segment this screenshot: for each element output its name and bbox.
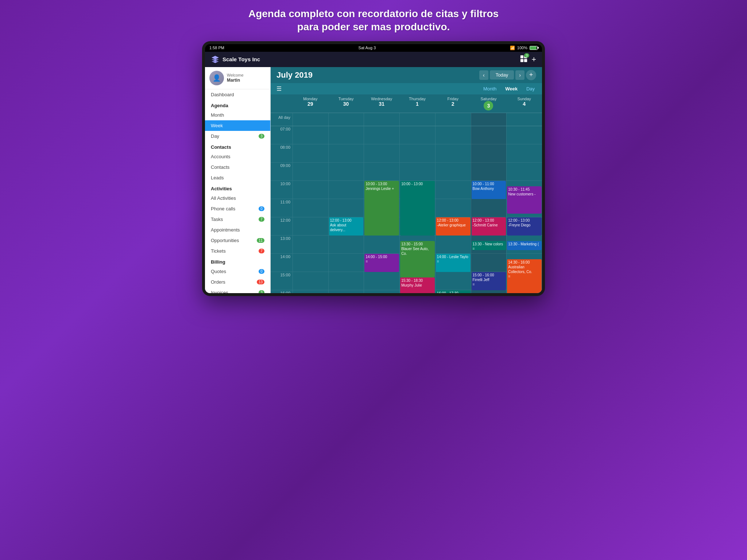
sidebar-item-orders[interactable]: Orders 13 bbox=[205, 277, 270, 287]
sidebar-item-day[interactable]: Day 3 bbox=[205, 131, 270, 141]
cell-mon-1500[interactable] bbox=[293, 272, 328, 290]
sidebar-item-tasks[interactable]: Tasks 7 bbox=[205, 214, 270, 225]
today-button[interactable]: Today bbox=[490, 70, 514, 79]
cell-tue-1000[interactable] bbox=[328, 181, 364, 199]
all-day-cell-thu[interactable] bbox=[399, 113, 435, 126]
add-event-button[interactable]: + bbox=[526, 70, 536, 80]
event-freyre-diego[interactable]: 12:00 - 13:00 -Freyre Diego bbox=[507, 217, 542, 236]
sidebar-item-phone-calls[interactable]: Phone calls 0 bbox=[205, 203, 270, 214]
event-atelier[interactable]: 12:00 - 13:00 -Atelier graphique bbox=[436, 217, 471, 236]
cell-tue-1500[interactable] bbox=[328, 272, 364, 290]
cell-sun-1200[interactable]: 12:00 - 13:00 -Freyre Diego bbox=[506, 217, 542, 236]
cell-sat-1400[interactable] bbox=[471, 254, 507, 272]
filter-icon[interactable]: ☰ bbox=[276, 85, 282, 92]
cell-wed-0700[interactable] bbox=[364, 126, 399, 144]
cell-thu-1000[interactable]: 10:00 - 13:00 bbox=[399, 181, 435, 199]
cell-tue-0700[interactable] bbox=[328, 126, 364, 144]
cell-sat-0900[interactable] bbox=[471, 163, 507, 181]
sidebar-item-quotes[interactable]: Quotes 0 bbox=[205, 266, 270, 277]
all-day-cell-sat[interactable] bbox=[471, 113, 507, 126]
cell-sun-0700[interactable] bbox=[506, 126, 542, 144]
cell-sun-1400[interactable]: 14:30 - 16:00 Australian Collectors, Co.… bbox=[506, 254, 542, 272]
sidebar-item-dashboard[interactable]: Dashboard bbox=[205, 89, 270, 100]
event-blauer[interactable]: 13:30 - 15:00 Blauer See Auto, Co. bbox=[400, 241, 435, 277]
cell-fri-1600[interactable]: 16:00 - 17:30 -Henry Snow = bbox=[435, 290, 471, 293]
cell-sat-1600[interactable]: 16:30 - Berglund C bbox=[471, 290, 507, 293]
cell-mon-1300[interactable] bbox=[293, 236, 328, 254]
event-jennings[interactable]: 10:00 - 13:00 Jennings Leslie + bbox=[364, 181, 399, 236]
cell-wed-1400[interactable]: 14:00 - 15:00 = bbox=[364, 254, 399, 272]
cell-mon-1200[interactable] bbox=[293, 217, 328, 236]
sidebar-item-accounts[interactable]: Accounts bbox=[205, 151, 270, 162]
week-view-button[interactable]: Week bbox=[504, 85, 519, 92]
cell-sun-1300[interactable]: 13:30 - Marketing ( bbox=[506, 236, 542, 254]
cell-tue-1300[interactable] bbox=[328, 236, 364, 254]
sidebar-item-leads[interactable]: Leads bbox=[205, 172, 270, 183]
cell-mon-1400[interactable] bbox=[293, 254, 328, 272]
sidebar-item-week[interactable]: Week bbox=[205, 120, 270, 131]
all-day-cell-mon[interactable] bbox=[293, 113, 328, 126]
event-leslie-taylor[interactable]: 14:00 - Leslie Taylo = bbox=[436, 254, 471, 272]
cell-wed-1500[interactable] bbox=[364, 272, 399, 290]
cell-thu-0800[interactable] bbox=[399, 144, 435, 163]
cell-sun-0900[interactable] bbox=[506, 163, 542, 181]
event-ask-about-delivery[interactable]: 12:00 - 13:00 Ask about delivery... bbox=[329, 217, 364, 236]
cell-sat-1200[interactable]: 12:00 - 13:00 -Schmitt Carine bbox=[471, 217, 507, 236]
event-thu-1000[interactable]: 10:00 - 13:00 bbox=[400, 181, 435, 236]
cell-wed-0800[interactable] bbox=[364, 144, 399, 163]
cell-sat-1000[interactable]: 10:00 - 11:00 Bow Anthony bbox=[471, 181, 507, 199]
prev-button[interactable]: ‹ bbox=[479, 70, 488, 80]
notifications-icon[interactable]: 3 bbox=[520, 55, 528, 64]
sidebar-item-month[interactable]: Month bbox=[205, 110, 270, 120]
cell-thu-1300[interactable]: 13:30 - 15:00 Blauer See Auto, Co. bbox=[399, 236, 435, 254]
cell-fri-1000[interactable] bbox=[435, 181, 471, 199]
cell-mon-0800[interactable] bbox=[293, 144, 328, 163]
cell-sat-0800[interactable] bbox=[471, 144, 507, 163]
cell-thu-0900[interactable] bbox=[399, 163, 435, 181]
cell-fri-1200[interactable]: 12:00 - 13:00 -Atelier graphique bbox=[435, 217, 471, 236]
cell-fri-0700[interactable] bbox=[435, 126, 471, 144]
sidebar-item-tickets[interactable]: Tickets 7 bbox=[205, 246, 270, 256]
cell-mon-0700[interactable] bbox=[293, 126, 328, 144]
cell-tue-1600[interactable] bbox=[328, 290, 364, 293]
cell-sun-1000[interactable]: 10:30 - 11:45 New customers - bbox=[506, 181, 542, 199]
cell-mon-1100[interactable] bbox=[293, 199, 328, 217]
cell-tue-0900[interactable] bbox=[328, 163, 364, 181]
add-icon[interactable]: + bbox=[531, 55, 536, 64]
event-murphy-julie[interactable]: 15:30 - 18:30 Murphy Julie bbox=[400, 277, 435, 293]
sidebar-item-invoices[interactable]: Invoices 3 bbox=[205, 287, 270, 293]
cell-fri-1100[interactable] bbox=[435, 199, 471, 217]
event-wed-1400[interactable]: 14:00 - 15:00 = bbox=[364, 254, 399, 272]
event-schmitt-carine[interactable]: 12:00 - 13:00 -Schmitt Carine bbox=[472, 217, 506, 236]
month-view-button[interactable]: Month bbox=[482, 85, 498, 92]
all-day-cell-tue[interactable] bbox=[328, 113, 364, 126]
cell-sat-1500[interactable]: 15:00 - 16:00 Firrelli Jeff = bbox=[471, 272, 507, 290]
cell-sat-1300[interactable]: 13:30 - New colors = bbox=[471, 236, 507, 254]
cell-tue-1400[interactable] bbox=[328, 254, 364, 272]
all-day-cell-fri[interactable] bbox=[435, 113, 471, 126]
cell-tue-0800[interactable] bbox=[328, 144, 364, 163]
cell-sat-1100[interactable] bbox=[471, 199, 507, 217]
cell-wed-1000[interactable]: 10:00 - 13:00 Jennings Leslie + bbox=[364, 181, 399, 199]
all-day-cell-sun[interactable] bbox=[506, 113, 542, 126]
event-firrelli[interactable]: 15:00 - 16:00 Firrelli Jeff = bbox=[472, 272, 506, 290]
cell-fri-0900[interactable] bbox=[435, 163, 471, 181]
event-bow-anthony[interactable]: 10:00 - 11:00 Bow Anthony bbox=[472, 181, 506, 199]
event-henry-snow[interactable]: 16:00 - 17:30 -Henry Snow = bbox=[436, 290, 471, 293]
event-australian-collectors[interactable]: 14:30 - 16:00 Australian Collectors, Co.… bbox=[507, 259, 542, 293]
cell-sun-0800[interactable] bbox=[506, 144, 542, 163]
sidebar-item-opportunities[interactable]: Opportunities 11 bbox=[205, 235, 270, 246]
day-view-button[interactable]: Day bbox=[525, 85, 536, 92]
cell-mon-1600[interactable] bbox=[293, 290, 328, 293]
event-marketing[interactable]: 13:30 - Marketing ( bbox=[507, 241, 542, 250]
cell-tue-1100[interactable] bbox=[328, 199, 364, 217]
cell-thu-0700[interactable] bbox=[399, 126, 435, 144]
cell-tue-1200[interactable]: 12:00 - 13:00 Ask about delivery... bbox=[328, 217, 364, 236]
event-new-colors[interactable]: 13:30 - New colors = bbox=[472, 241, 506, 250]
cell-wed-0900[interactable] bbox=[364, 163, 399, 181]
cell-wed-1600[interactable]: 16:30 - Check satis bbox=[364, 290, 399, 293]
sidebar-item-contacts[interactable]: Contacts bbox=[205, 162, 270, 172]
cell-mon-1000[interactable] bbox=[293, 181, 328, 199]
cell-fri-1300[interactable] bbox=[435, 236, 471, 254]
cell-fri-1400[interactable]: 14:00 - Leslie Taylo = bbox=[435, 254, 471, 272]
